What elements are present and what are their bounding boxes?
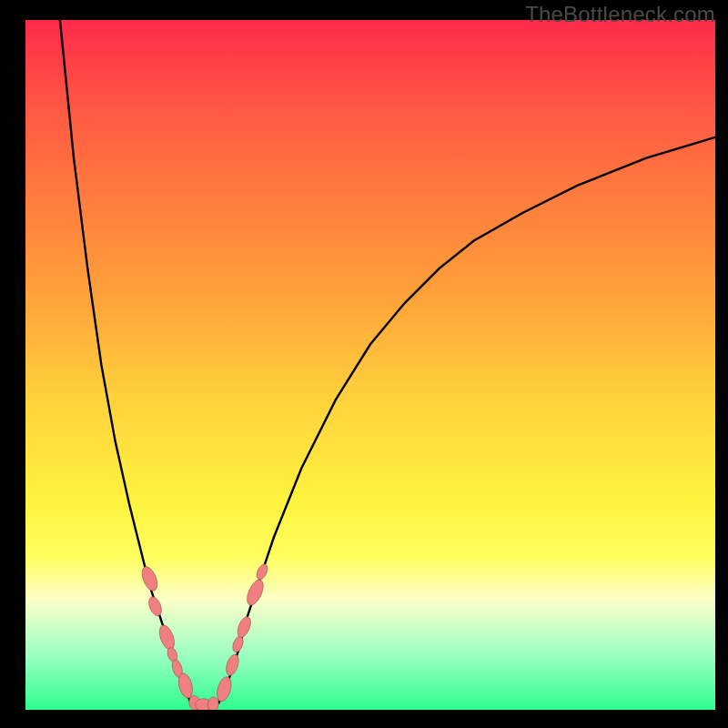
marker-bead <box>224 652 241 677</box>
marker-bead <box>147 595 164 618</box>
marker-bead <box>255 562 270 581</box>
marker-bead <box>244 578 267 608</box>
marker-bead <box>207 696 219 710</box>
marker-bead <box>157 623 177 652</box>
chart-svg <box>25 20 715 710</box>
marker-bead <box>215 675 234 703</box>
marker-bead <box>139 564 160 592</box>
curve-left <box>60 20 191 703</box>
plot-area <box>25 20 715 710</box>
outer-frame: TheBottleneck.com <box>0 0 728 728</box>
watermark-text: TheBottleneck.com <box>525 2 715 27</box>
marker-bead <box>235 615 253 640</box>
curve-right <box>218 137 715 703</box>
marker-group <box>139 562 270 710</box>
